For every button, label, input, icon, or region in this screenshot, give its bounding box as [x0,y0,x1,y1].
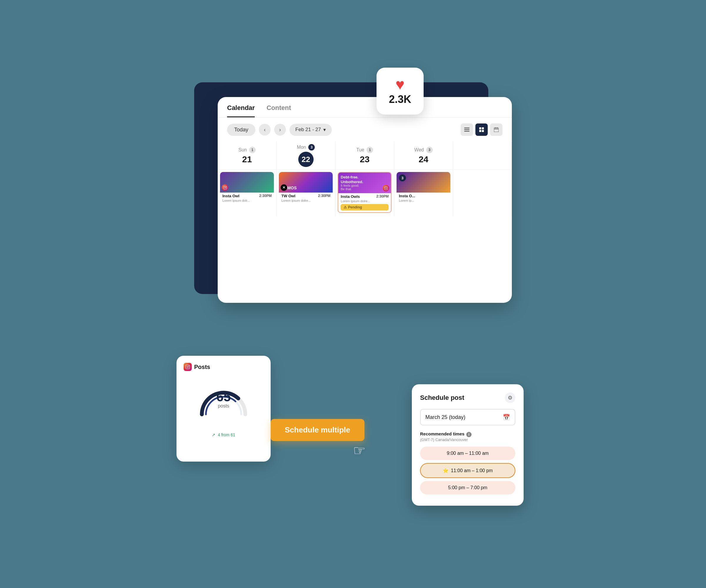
post-card-sun-1[interactable]: 2:30PM Insta Owl Lorem ipsum dolr... [220,172,274,204]
post-body-mon-1: Lorem ipsum dolre... [281,199,330,202]
view-toggle [461,124,502,136]
svg-rect-6 [482,130,484,132]
post-image-wed-1: 3 [397,172,450,193]
date-range-button[interactable]: Feb 21 - 27 ▾ [289,124,332,136]
schedule-panel-header: Schedule post ⚙ [420,392,515,403]
star-icon: ⭐ [443,468,448,473]
mon-date: 22 [298,152,314,167]
post-image-tue-1: Debt-free.Unbothered. It feels good.Be t… [338,173,391,193]
today-button[interactable]: Today [227,124,256,136]
post-info-tue-1: 2:30PM Insta Owls Lorem ipsum dolre... ⚠… [338,193,391,212]
posts-header: Posts [184,363,264,371]
tue-date: 23 [340,154,389,164]
post-time-tue-1: 2:30PM [376,194,389,199]
recommended-label: Recommended times [420,431,465,436]
svg-rect-16 [186,365,190,369]
svg-rect-11 [224,186,227,190]
tab-calendar[interactable]: Calendar [227,104,255,117]
tue-badge: 1 [366,147,373,153]
svg-rect-7 [494,128,499,132]
post-info-mon-1: 2:30PM TW Owl Lorem ipsum dolre... [279,193,333,204]
cursor-icon: ☞ [353,442,366,459]
schedule-panel: Schedule post ⚙ March 25 (today) 📅 Recom… [412,384,524,506]
svg-rect-3 [479,127,481,129]
svg-point-18 [189,366,189,366]
svg-point-13 [226,186,226,187]
mon-cell: SOMOS ✕ 2:30PM TW Owl Lorem ipsum dolre.… [276,170,336,217]
sun-label: Sun [238,147,246,153]
svg-rect-14 [385,187,388,190]
post-time-sun-1: 2:30PM [259,194,272,198]
calendar-card: Calendar Content Today ‹ › Feb 21 - 27 ▾ [218,97,512,303]
posts-label: posts [218,403,229,408]
post-title-sun-1: Insta Owl [223,194,259,198]
thu-cell [453,170,512,217]
calendar-grid: Sun 1 21 Mon 3 22 [218,142,512,216]
col-header-sun: Sun 1 21 [218,142,276,170]
post-card-mon-1[interactable]: SOMOS ✕ 2:30PM TW Owl Lorem ipsum dolre.… [279,172,333,204]
sun-badge: 1 [249,147,256,153]
calendar-toolbar: Today ‹ › Feb 21 - 27 ▾ [218,118,512,142]
calendar-icon: 📅 [503,414,510,421]
svg-rect-4 [482,127,484,129]
platform-icon-insta [222,184,228,191]
post-title-wed-1: Insta O... [399,194,448,198]
time-slot-3[interactable]: 5:00 pm – 7:00 pm [420,481,515,495]
num-badge-wed: 3 [399,174,406,181]
posts-count: 65 [217,390,231,403]
svg-rect-2 [464,131,469,132]
col-header-mon: Mon 3 22 [276,142,336,170]
post-card-tue-1[interactable]: Debt-free.Unbothered. It feels good.Be t… [338,172,392,213]
posts-card: Posts 65 posts ↗ 4 from 61 [176,356,271,462]
date-value: March 25 (today) [425,414,465,420]
post-image-mon-1: SOMOS ✕ [279,172,333,193]
pending-label: Pending [348,205,362,209]
gauge-center: 65 posts [217,390,231,409]
posts-from: ↗ 4 from 61 [212,432,235,437]
svg-point-12 [225,187,226,188]
svg-point-15 [385,187,387,189]
post-body-wed-1: Lorem ip... [399,199,448,202]
instagram-icon [184,363,192,371]
prev-button[interactable]: ‹ [259,124,271,135]
trend-icon: ↗ [212,432,215,437]
time-slot-2[interactable]: ⭐ 11:00 am – 1:00 pm [420,463,515,478]
posts-footer: ↗ 4 from 61 [184,432,264,437]
date-range-label: Feb 21 - 27 [295,127,321,133]
post-card-wed-1[interactable]: 3 Insta O... Lorem ip... [397,172,450,204]
tab-content[interactable]: Content [267,104,291,117]
next-button[interactable]: › [274,124,286,135]
col-header-tue: Tue 1 23 [336,142,394,170]
date-input[interactable]: March 25 (today) 📅 [420,409,515,425]
calendar-view-button[interactable] [490,124,502,136]
svg-rect-1 [464,129,469,130]
post-image-sun-1 [220,172,274,193]
gauge-container: 65 posts [184,376,264,429]
sun-date: 21 [223,154,272,164]
calendar-tabs: Calendar Content [218,97,512,118]
post-time-mon-1: 2:30PM [318,194,330,198]
schedule-panel-title: Schedule post [420,394,464,402]
grid-view-button[interactable] [475,124,488,136]
chevron-down-icon: ▾ [323,127,326,133]
mon-badge: 3 [308,144,315,151]
time-slot-1[interactable]: 9:00 am – 11:00 am [420,447,515,460]
post-title-mon-1: TW Owl [281,194,318,198]
schedule-multiple-button[interactable]: Schedule multiple [271,419,364,441]
settings-icon[interactable]: ⚙ [505,392,515,403]
heart-count: 2.3K [389,93,411,106]
post-info-wed-1: Insta O... Lorem ip... [397,193,450,204]
col-header-thu [453,142,512,170]
svg-rect-5 [479,130,481,132]
svg-rect-0 [464,128,469,128]
heart-icon: ♥ [396,77,405,92]
svg-point-17 [187,366,188,368]
post-body-sun-1: Lorem ipsum dolr... [223,199,272,202]
recommended-times-row: Recommended times i [420,431,515,437]
tue-cell: Debt-free.Unbothered. It feels good.Be t… [336,170,394,217]
timezone-label: (GMT-7) Canada/Vancouver [420,437,515,442]
post-body-tue-1: Lorem ipsum dolre... [341,199,389,203]
list-view-button[interactable] [461,124,473,136]
tue-label: Tue [356,147,364,153]
warning-icon: ⚠ [344,205,347,209]
